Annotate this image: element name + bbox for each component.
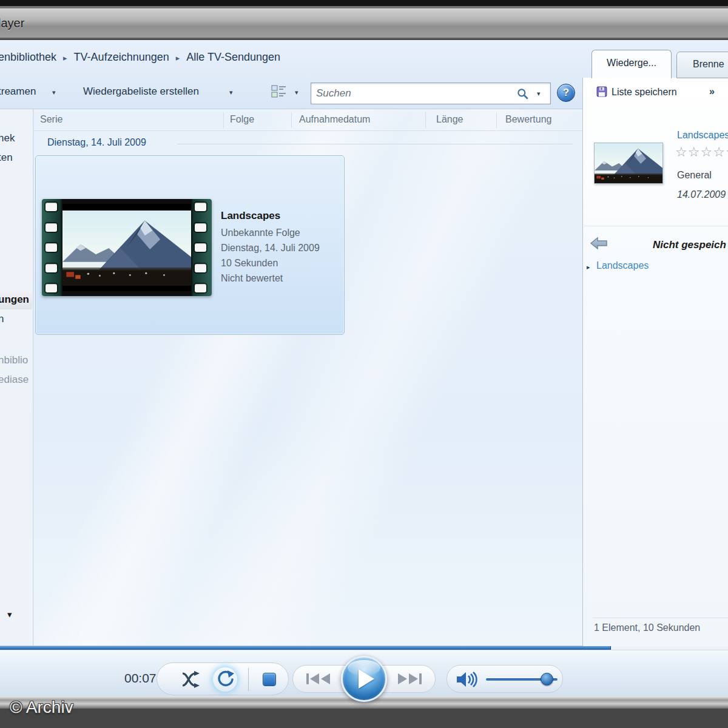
pane-divider [584, 226, 728, 226]
column-header-row: Serie Folge Aufnahmedatum Länge Bewertun… [34, 109, 582, 131]
save-list-button[interactable]: Liste speichern [612, 87, 677, 98]
volume-mute-button[interactable] [456, 670, 480, 689]
volume-group [447, 665, 563, 693]
mountain-artwork [62, 211, 191, 286]
titlebar: layer [0, 8, 728, 39]
create-playlist-button[interactable]: Wiedergabeliste erstellen [83, 86, 199, 98]
repeat-icon [215, 669, 235, 690]
item-rating: Nicht bewertet [221, 271, 320, 286]
previous-button[interactable] [303, 671, 337, 687]
repeat-button[interactable] [213, 667, 237, 692]
more-options-chevron[interactable]: » [709, 86, 715, 97]
back-arrow-button[interactable] [589, 236, 608, 251]
view-options-icon [271, 85, 287, 98]
sidebar-item[interactable]: nbiblio [0, 354, 28, 366]
playback-mode-group [157, 662, 289, 695]
mountain-artwork [595, 143, 662, 183]
sidebar-item[interactable]: ediase [0, 374, 29, 386]
column-separator [425, 112, 426, 128]
group-header-rule [177, 144, 573, 144]
item-date: Dienstag, 14. Juli 2009 [221, 240, 320, 255]
shuffle-button[interactable] [181, 670, 201, 689]
shuffle-icon [181, 670, 201, 689]
breadcrumb-item-all-tv-shows[interactable]: Alle TV-Sendungen [186, 51, 280, 64]
tab-burn-label: Brenne [693, 59, 728, 70]
column-header-serie[interactable]: Serie [40, 114, 62, 125]
column-separator [291, 112, 292, 128]
search-input[interactable] [316, 85, 516, 102]
media-date: 14.07.2009 [677, 189, 726, 200]
item-length: 10 Sekunden [221, 255, 320, 271]
previous-icon [303, 671, 337, 687]
column-separator [223, 112, 224, 128]
breadcrumb-item-tv-recordings[interactable]: TV-Aufzeichnungen [74, 51, 169, 64]
column-header-aufnahmedatum[interactable]: Aufnahmedatum [299, 114, 370, 125]
play-icon [359, 669, 374, 689]
rating-stars[interactable]: ☆☆☆☆☆ [675, 144, 728, 160]
breadcrumb-item-library[interactable]: enbibliothek [0, 51, 56, 64]
column-header-folge[interactable]: Folge [230, 114, 254, 125]
item-title: Landscapes [221, 208, 320, 223]
tab-burn[interactable]: Brenne [676, 52, 728, 78]
navigation-sidebar: hek ten ungen n nbiblio ediase ▾ [0, 109, 33, 646]
save-icon [596, 86, 607, 97]
media-genre: General [677, 170, 712, 181]
screen-top-strip [0, 0, 728, 6]
chevron-down-icon[interactable]: ▾ [295, 89, 298, 96]
stop-button[interactable] [263, 673, 276, 686]
chevron-down-icon[interactable]: ▾ [52, 89, 56, 96]
window-title: layer [0, 16, 24, 30]
volume-slider-knob[interactable] [541, 673, 553, 686]
breadcrumb-separator-icon: ▸ [63, 52, 67, 62]
column-separator [496, 112, 497, 128]
speaker-icon [456, 670, 480, 689]
seek-bar-progress [0, 646, 611, 650]
elapsed-time: 00:07 [124, 671, 157, 686]
seek-bar[interactable] [0, 645, 728, 650]
next-icon [391, 671, 425, 687]
playlist-track-item[interactable]: Landscapes [596, 260, 649, 271]
item-details: Landscapes Unbekannte Folge Dienstag, 14… [221, 208, 320, 286]
unsaved-list-title: Nicht gespeich [653, 239, 726, 251]
archive-watermark: © Archiv [10, 698, 73, 717]
playlist-pane: Liste speichern » Landscapes ☆☆☆☆☆ Gener… [582, 78, 728, 646]
column-header-bewertung[interactable]: Bewertung [505, 114, 552, 125]
view-options-button[interactable] [271, 85, 287, 98]
back-arrow-icon [589, 236, 608, 251]
control-separator [248, 668, 249, 691]
sidebar-item-selected[interactable]: ungen [0, 294, 29, 306]
chevron-down-icon[interactable]: ▾ [537, 90, 541, 98]
search-box: ▾ [311, 83, 551, 104]
tv-recording-item[interactable]: Landscapes Unbekannte Folge Dienstag, 14… [35, 155, 345, 335]
sidebar-item[interactable]: hek [0, 132, 15, 144]
sidebar-expander-icon[interactable]: ▾ [7, 609, 12, 620]
group-header: Dienstag, 14. Juli 2009 [47, 137, 146, 148]
filmstrip-sprockets [46, 203, 59, 292]
chevron-down-icon[interactable]: ▾ [229, 89, 233, 96]
play-button[interactable] [341, 656, 387, 702]
filmstrip-sprockets [195, 203, 208, 292]
tab-play-label: Wiederge... [592, 58, 671, 69]
wmp-window: layer enbibliothek ▸ TV-Aufzeichnungen ▸… [0, 0, 728, 728]
next-button[interactable] [391, 671, 425, 687]
breadcrumb-separator-icon: ▸ [176, 52, 180, 62]
background-band [0, 709, 728, 728]
tab-play[interactable]: Wiederge... [592, 50, 672, 78]
filmstrip-thumbnail [42, 199, 212, 296]
sidebar-item[interactable]: n [0, 313, 4, 325]
column-header-laenge[interactable]: Länge [436, 114, 463, 125]
item-episode: Unbekannte Folge [221, 225, 320, 240]
media-title-link[interactable]: Landscapes [677, 130, 728, 141]
status-divider [593, 618, 728, 618]
play-marker-icon: ▸ [587, 263, 590, 271]
playlist-status: 1 Element, 10 Sekunden [594, 622, 700, 633]
stream-button[interactable]: treamen [0, 86, 36, 98]
search-icon[interactable] [516, 87, 530, 101]
thumbnail-frame [62, 204, 191, 291]
breadcrumb: enbibliothek ▸ TV-Aufzeichnungen ▸ Alle … [0, 51, 280, 64]
library-list: Serie Folge Aufnahmedatum Länge Bewertun… [34, 109, 582, 646]
help-button[interactable]: ? [557, 84, 575, 102]
now-playing-thumbnail [594, 143, 663, 184]
sidebar-item[interactable]: ten [0, 152, 13, 164]
